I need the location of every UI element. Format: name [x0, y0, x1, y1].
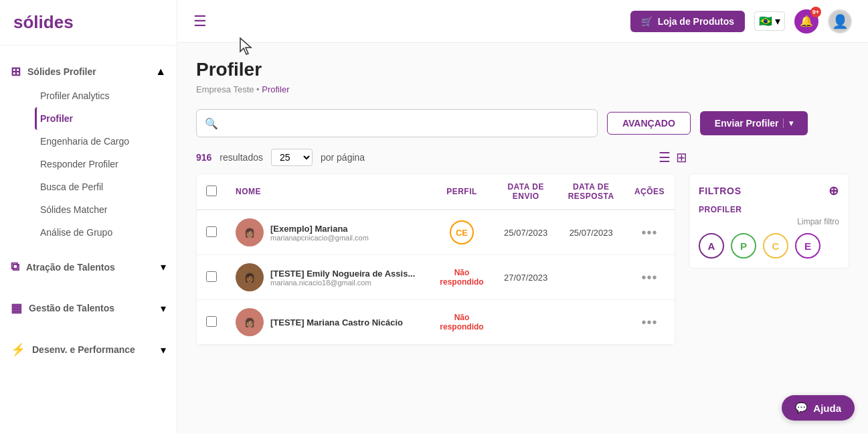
topbar-right: 🛒 Loja de Produtos 🇧🇷 ▾ 🔔 9+ 👤	[630, 9, 852, 33]
th-acoes: AÇÕES	[624, 174, 675, 210]
sidebar-item-responder-profiler[interactable]: Responder Profiler	[35, 153, 166, 175]
select-all-checkbox[interactable]	[206, 186, 217, 196]
topbar: ☰ 🛒 Loja de Produtos 🇧🇷 ▾ 🔔 9+ 👤	[177, 0, 868, 43]
table-row: 👩🏽 [TESTE] Mariana Castro Nicácio Não	[197, 300, 675, 345]
filters-collapse-button[interactable]: ⊕	[829, 184, 839, 198]
lightning-icon: ⚡	[11, 342, 25, 357]
menu-hamburger-button[interactable]: ☰	[193, 13, 207, 30]
list-view-button[interactable]: ☰	[657, 148, 672, 167]
sidebar-item-analise-grupo[interactable]: Análise de Grupo	[35, 221, 166, 244]
sidebar-item-solides-matcher[interactable]: Sólides Matcher	[35, 198, 166, 221]
atracao-talentos-section: ⧉ Atração de Talentos ▾	[0, 246, 177, 287]
language-selector[interactable]: 🇧🇷 ▾	[754, 11, 785, 31]
atracao-talentos-header[interactable]: ⧉ Atração de Talentos ▾	[11, 253, 166, 281]
row-checkbox-2[interactable]	[206, 271, 217, 282]
solides-profiler-header[interactable]: ⊞ Sólides Profiler ▲	[11, 59, 166, 84]
person-name-3: [TESTE] Mariana Castro Nicácio	[270, 317, 403, 328]
td-data-resposta-3	[557, 300, 624, 345]
filter-circle-p[interactable]: P	[731, 233, 756, 259]
filters-panel: FILTROS ⊕ PROFILER Limpar filtro A P C E	[689, 173, 849, 269]
shop-button[interactable]: 🛒 Loja de Produtos	[630, 11, 745, 32]
avatar-2: 👩🏾	[236, 263, 264, 291]
search-icon: 🔍	[205, 117, 218, 130]
gestao-talentos-label: Gestão de Talentos	[29, 303, 114, 313]
cart-icon: 🛒	[641, 16, 653, 27]
ajuda-button[interactable]: 💬 Ajuda	[782, 395, 855, 421]
results-row: 916 resultados 25 50 100 por página ☰ ⊞	[196, 148, 849, 167]
ajuda-label: Ajuda	[813, 403, 841, 414]
grid-icon: ⊞	[11, 64, 21, 79]
filter-circle-c[interactable]: C	[763, 233, 788, 259]
results-label: resultados	[220, 152, 263, 163]
enviar-profiler-button[interactable]: Enviar Profiler ▾	[700, 111, 808, 135]
main-content: ☰ 🛒 Loja de Produtos 🇧🇷 ▾ 🔔 9+ 👤 Profi	[177, 0, 868, 434]
per-page-select[interactable]: 25 50 100	[271, 149, 313, 166]
filter-circle-a[interactable]: A	[699, 233, 724, 259]
limpar-filtro-button[interactable]: Limpar filtro	[699, 217, 839, 226]
chart-icon: ▦	[11, 301, 22, 315]
td-data-resposta-1: 25/07/2023	[557, 210, 624, 255]
gestao-talentos-section: ▦ Gestão de Talentos ▾	[0, 287, 177, 329]
td-checkbox-3	[197, 300, 226, 345]
th-nome: NOME	[226, 174, 430, 210]
th-data-envio: DATA DEENVIO	[494, 174, 558, 210]
filters-title: FILTROS	[699, 186, 742, 196]
row-checkbox-1[interactable]	[206, 226, 217, 237]
results-count: 916	[196, 152, 211, 163]
page-content: Profiler Empresa Teste • Profiler 🔍 AVAN…	[177, 43, 868, 434]
chevron-down-icon-3: ▾	[161, 344, 166, 356]
profiler-filter-label: PROFILER	[699, 205, 839, 214]
gestao-talentos-left: ▦ Gestão de Talentos	[11, 301, 114, 315]
actions-menu-1[interactable]: •••	[641, 225, 657, 240]
sidebar-item-busca-perfil[interactable]: Busca de Perfil	[35, 175, 166, 198]
breadcrumb-current: Profiler	[262, 84, 289, 94]
sidebar-item-profiler[interactable]: Profiler	[35, 107, 166, 130]
sidebar-items: Profiler Analytics Profiler Engenharia d…	[11, 84, 166, 244]
td-acoes-3: •••	[624, 300, 675, 345]
desenv-performance-left: ⚡ Desenv. e Performance	[11, 342, 135, 357]
topbar-left: ☰	[193, 13, 207, 30]
chevron-down-icon: ▾	[161, 261, 166, 273]
td-data-envio-2: 27/07/2023	[494, 255, 558, 300]
avancado-button[interactable]: AVANÇADO	[607, 112, 691, 135]
sidebar: sólides ⊞ Sólides Profiler ▲ Profiler An…	[0, 0, 177, 434]
person-email-2: mariana.nicacio18@gmail.com	[270, 279, 415, 287]
td-nome-1: 👩🏽 [Exemplo] Mariana marianapcnicacio@gm…	[226, 210, 430, 255]
grid-view-button[interactable]: ⊞	[675, 148, 689, 167]
breadcrumb-sep: •	[256, 84, 260, 94]
search-input[interactable]	[224, 118, 589, 129]
chevron-up-icon: ▲	[155, 66, 166, 78]
avatar-3: 👩🏽	[236, 308, 264, 336]
enviar-caret-icon[interactable]: ▾	[783, 119, 793, 128]
td-perfil-2: Nãorespondido	[430, 255, 494, 300]
td-perfil-3: Nãorespondido	[430, 300, 494, 345]
avatar-1: 👩🏽	[236, 218, 264, 246]
desenv-performance-header[interactable]: ⚡ Desenv. e Performance ▾	[11, 336, 166, 364]
page-header: Profiler Empresa Teste • Profiler	[196, 59, 849, 94]
td-acoes-2: •••	[624, 255, 675, 300]
sidebar-item-engenharia-cargo[interactable]: Engenharia de Cargo	[35, 130, 166, 153]
filter-circle-e[interactable]: E	[795, 233, 820, 259]
actions-menu-3[interactable]: •••	[641, 315, 657, 330]
th-perfil: PERFIL	[430, 174, 494, 210]
sidebar-item-profiler-analytics[interactable]: Profiler Analytics	[35, 84, 166, 107]
per-page-label: por página	[321, 152, 365, 163]
table-row: 👩🏽 [Exemplo] Mariana marianapcnicacio@gm…	[197, 210, 675, 255]
row-checkbox-3[interactable]	[206, 316, 217, 327]
atracao-talentos-left: ⧉ Atração de Talentos	[11, 260, 115, 274]
user-avatar-button[interactable]: 👤	[828, 9, 852, 33]
bell-icon: 🔔	[800, 15, 813, 27]
person-name-1: [Exemplo] Mariana	[270, 224, 369, 234]
gestao-talentos-header[interactable]: ▦ Gestão de Talentos ▾	[11, 294, 166, 322]
actions-menu-2[interactable]: •••	[641, 270, 657, 285]
chat-icon: 💬	[795, 402, 808, 414]
desenv-performance-section: ⚡ Desenv. e Performance ▾	[0, 329, 177, 370]
user-icon: 👤	[832, 13, 849, 29]
table-row: 👩🏾 [TESTE] Emily Nogueira de Assis... ma…	[197, 255, 675, 300]
td-data-resposta-2	[557, 255, 624, 300]
no-respondido-3: Nãorespondido	[439, 313, 485, 332]
page-title: Profiler	[196, 59, 289, 80]
profiler-table: NOME PERFIL DATA DEENVIO DATA DERESPOSTA…	[197, 174, 675, 345]
td-acoes-1: •••	[624, 210, 675, 255]
notification-button[interactable]: 🔔 9+	[794, 9, 818, 33]
